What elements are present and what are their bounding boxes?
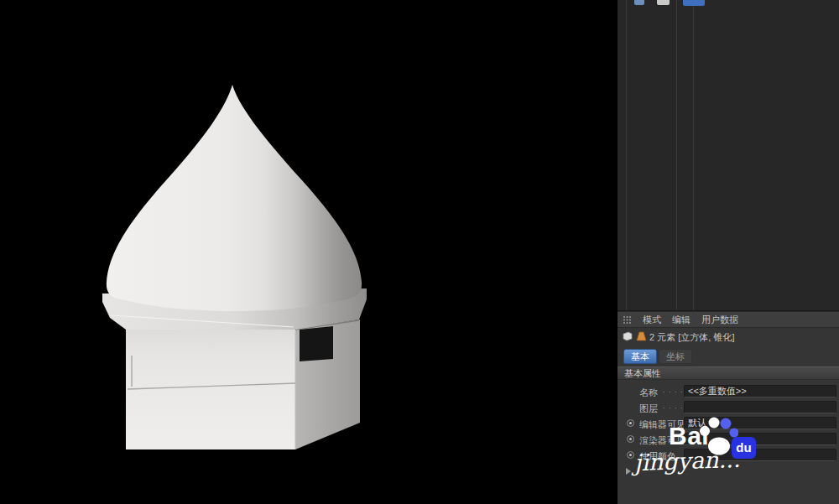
panel-grid-icon[interactable]: [623, 315, 632, 325]
attribute-tabs: 基本 坐标: [618, 346, 839, 364]
layer-label: 图层: [639, 403, 658, 415]
attribute-manager: 模式 编辑 用户数据 2 元素 [立方体, 锥化] 基本: [618, 312, 839, 504]
menu-mode[interactable]: 模式: [643, 314, 661, 326]
object-manager-area[interactable]: [618, 0, 839, 311]
taper-icon: [636, 330, 647, 344]
selection-info-text: 2 元素 [立方体, 锥化]: [649, 331, 734, 344]
editor-visibility-toggle-icon[interactable]: [627, 419, 634, 427]
object-icon[interactable]: [683, 0, 705, 6]
expand-caret-icon[interactable]: [626, 468, 631, 475]
object-icon[interactable]: [657, 0, 670, 5]
column-separator: [676, 0, 677, 310]
column-separator: [626, 0, 627, 310]
layer-input[interactable]: [684, 401, 836, 413]
right-panel: 模式 编辑 用户数据 2 元素 [立方体, 锥化] 基本: [618, 0, 839, 504]
field-row-collapsed-group: [618, 464, 839, 480]
tab-basic[interactable]: 基本: [623, 349, 657, 364]
renderer-visibility-label: 渲染器可见: [639, 434, 685, 447]
field-row-editor-visibility: 编辑器可见 默认: [618, 416, 839, 432]
section-header-basic-properties[interactable]: 基本属性: [618, 366, 839, 380]
menu-user-data[interactable]: 用户数据: [701, 314, 738, 326]
dome: [107, 85, 362, 311]
object-icon[interactable]: [634, 0, 644, 5]
name-label: 名称: [639, 387, 658, 399]
use-color-label: 使用颜色: [639, 450, 676, 463]
box-front-face: [126, 329, 295, 449]
side-notch: [300, 326, 333, 361]
menu-edit[interactable]: 编辑: [672, 314, 690, 326]
editor-visibility-label: 编辑器可见: [639, 418, 685, 431]
attribute-menubar: 模式 编辑 用户数据: [618, 312, 839, 328]
3d-viewport[interactable]: [0, 0, 618, 504]
cube-icon: [622, 330, 633, 344]
field-row-layer: 图层 . . . . .: [618, 400, 839, 416]
editor-visibility-dropdown[interactable]: 默认: [684, 417, 836, 429]
selection-info-row: 2 元素 [立方体, 锥化]: [618, 328, 839, 346]
tab-coordinates[interactable]: 坐标: [659, 349, 692, 364]
field-row-name: 名称 . . . . . <<多重数值>>: [618, 384, 839, 400]
field-row-renderer-visibility: 渲染器可见: [618, 432, 839, 448]
renderer-visibility-dropdown[interactable]: [684, 433, 836, 445]
renderer-visibility-toggle-icon[interactable]: [627, 435, 634, 443]
3d-model: [0, 0, 618, 504]
property-rows: 名称 . . . . . <<多重数值>> 图层 . . . . . 编辑器可见…: [618, 380, 839, 480]
use-color-dropdown[interactable]: [684, 449, 836, 461]
name-input[interactable]: <<多重数值>>: [684, 385, 836, 397]
application-window: 模式 编辑 用户数据 2 元素 [立方体, 锥化] 基本: [0, 0, 839, 504]
use-color-toggle-icon[interactable]: [627, 451, 634, 459]
column-separator: [693, 0, 694, 310]
field-row-use-color: 使用颜色: [618, 448, 839, 464]
